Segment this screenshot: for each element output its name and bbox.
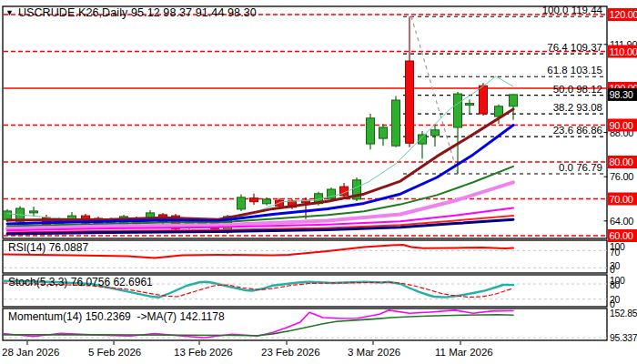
price-level-badge-label: 70.00 [610, 194, 633, 205]
momentum-axis-label: 95.3379 [610, 332, 637, 343]
fib-level-label: 38.2 93.08 [553, 102, 602, 113]
fib-level-label: 0.0 76.79 [559, 162, 602, 173]
candle-body [4, 211, 12, 219]
fib-level-label: 76.4 109.37 [547, 42, 602, 53]
candle-body [406, 61, 414, 143]
rsi-axis-label: 70 [610, 247, 621, 258]
price-level-badge-label: 90.00 [610, 120, 633, 131]
candle-body [510, 95, 518, 106]
candle-body [30, 211, 38, 213]
price-level-badge-label: 80.00 [610, 157, 633, 167]
fib-level-label: 100.0 119.44 [542, 5, 603, 15]
fib-level-label: 50.0 98.12 [553, 84, 602, 95]
date-label: 5 Feb 2026 [88, 347, 141, 358]
candle-body [238, 197, 246, 209]
date-label: 11 Mar 2026 [435, 347, 493, 358]
momentum-indicator-label: Momentum(14) 150.2369 ->MA(7) 142.1178 [8, 310, 225, 323]
price-axis-tick-label: 76.00 [610, 171, 633, 182]
price-level-badge-label: 60.00 [610, 230, 633, 241]
chart-title-text: USCRUDE.K26,Daily 95.12 98.37 91.44 98.3… [18, 6, 257, 19]
candle-body [379, 127, 388, 138]
symbol-dropdown-icon[interactable]: ▼ [5, 8, 14, 17]
candle-body [419, 135, 427, 144]
price-level-badge-label: 110.00 [610, 46, 637, 57]
date-label: 3 Mar 2026 [348, 347, 400, 358]
fib-level-label: 23.6 86.86 [553, 125, 602, 136]
candle-body [431, 130, 440, 136]
date-label: 28 Jan 2026 [2, 347, 59, 358]
stoch-indicator-label: Stoch(5,3,3) 76.0756 62.6961 [8, 276, 153, 288]
candle-body [392, 100, 400, 146]
price-level-badge-label: 120.00 [610, 9, 637, 20]
candle-body [480, 86, 488, 114]
candle-body [466, 104, 474, 106]
candle-body [250, 198, 258, 202]
rsi-axis-label: 0 [610, 264, 615, 275]
momentum-axis-label: 152.851 [610, 308, 637, 318]
candle-body [367, 118, 375, 144]
date-label: 13 Feb 2026 [174, 347, 233, 358]
current-price-badge-label: 98.30 [610, 89, 633, 100]
rsi-indicator-label: RSI(14) 76.0887 [8, 241, 88, 254]
candle-body [454, 94, 462, 127]
chart-window: 100.0 119.4476.4 109.3761.8 103.1550.0 9… [0, 0, 637, 364]
chart-title-bar: ▼ USCRUDE.K26,Daily 95.12 98.37 91.44 98… [5, 6, 257, 19]
chart-canvas[interactable]: 100.0 119.4476.4 109.3761.8 103.1550.0 9… [0, 0, 637, 364]
stoch-axis-label: 80 [610, 279, 621, 290]
fib-level-label: 61.8 103.15 [547, 65, 602, 76]
candle-body [263, 199, 271, 204]
date-label: 23 Feb 2026 [261, 347, 320, 358]
price-axis-tick-label: 64.00 [610, 216, 633, 227]
